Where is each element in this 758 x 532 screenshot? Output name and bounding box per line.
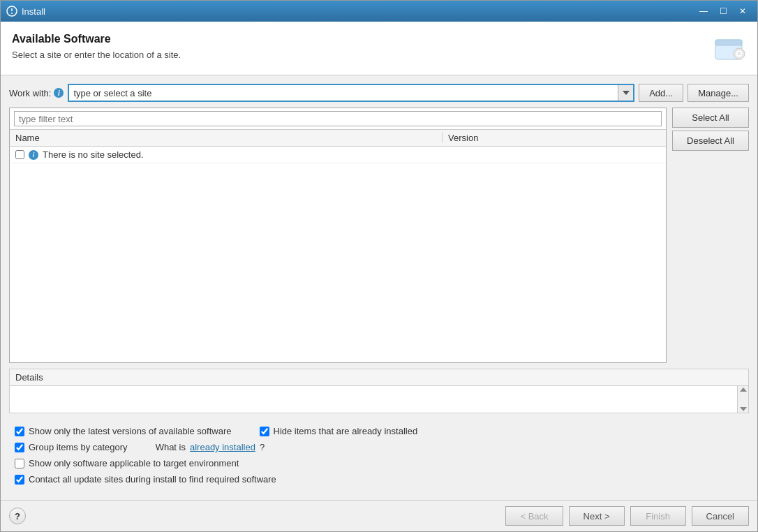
sidebar-buttons: Select All Deselect All (672, 108, 749, 363)
window-title: Install (22, 6, 694, 17)
already-installed-link[interactable]: already installed (190, 442, 255, 452)
header-icon (713, 33, 746, 66)
work-with-row: Work with: i Add... Manage... (9, 84, 749, 102)
table-body: i There is no site selected. (10, 147, 666, 362)
bottom-bar: ? < Back Next > Finish Cancel (1, 500, 757, 531)
option-checkbox-3[interactable] (15, 459, 24, 468)
finish-button[interactable]: Finish (630, 506, 686, 526)
row-info-icon: i (29, 150, 38, 160)
what-is-installed-row: What is already installed ? (156, 442, 265, 452)
page-subtitle: Select a site or enter the location of a… (12, 50, 181, 60)
app-icon (6, 6, 17, 17)
window-controls: — ☐ ✕ (694, 3, 752, 19)
manage-button[interactable]: Manage... (688, 84, 749, 102)
work-with-info-icon: i (54, 88, 64, 98)
options-row-4: Contact all update sites during install … (15, 474, 743, 485)
software-area: Name Version i There is no site selected… (9, 108, 749, 363)
add-button[interactable]: Add... (639, 84, 683, 102)
option-item-3: Show only software applicable to target … (15, 458, 239, 468)
work-with-input-wrap (68, 84, 634, 102)
deselect-all-button[interactable]: Deselect All (672, 131, 749, 151)
option-label-4[interactable]: Contact all update sites during install … (29, 474, 276, 485)
back-button[interactable]: < Back (505, 506, 563, 526)
option-label-1[interactable]: Show only the latest versions of availab… (29, 426, 232, 436)
header-section: Available Software Select a site or ente… (1, 22, 757, 75)
option-checkbox-4[interactable] (15, 475, 24, 485)
work-with-input[interactable] (69, 88, 618, 98)
option-item-4: Contact all update sites during install … (15, 474, 276, 485)
options-section: Show only the latest versions of availab… (9, 419, 749, 492)
cancel-button[interactable]: Cancel (692, 506, 749, 526)
options-row-1: Show only the latest versions of availab… (15, 426, 743, 436)
row-name: There is no site selected. (43, 149, 437, 160)
options-row-2: Group items by category What is already … (15, 442, 743, 452)
window-content: Available Software Select a site or ente… (1, 22, 757, 531)
svg-rect-4 (715, 40, 742, 45)
software-table-container: Name Version i There is no site selected… (9, 108, 667, 363)
select-all-button[interactable]: Select All (672, 108, 749, 128)
svg-point-2 (11, 13, 13, 14)
install-window: Install — ☐ ✕ Available Software Select … (0, 0, 758, 532)
work-with-dropdown-button[interactable] (618, 85, 633, 101)
minimize-button[interactable]: — (694, 3, 713, 19)
header-text: Available Software Select a site or ente… (12, 33, 181, 60)
page-title: Available Software (12, 33, 181, 45)
filter-row (10, 108, 666, 130)
option-checkbox-2[interactable] (15, 443, 24, 452)
option-item-5: Hide items that are already installed (260, 426, 418, 436)
column-header-name: Name (10, 133, 443, 143)
table-header: Name Version (10, 130, 666, 147)
table-row: i There is no site selected. (10, 147, 666, 163)
after-link-label: ? (260, 442, 265, 452)
option-label-3[interactable]: Show only software applicable to target … (29, 458, 239, 468)
details-header: Details (10, 369, 748, 386)
close-button[interactable]: ✕ (734, 3, 752, 19)
option-item-2: Group items by category (15, 442, 128, 452)
option-checkbox-1[interactable] (15, 427, 24, 436)
maximize-button[interactable]: ☐ (714, 3, 732, 19)
what-is-label: What is (156, 442, 186, 452)
main-body: Work with: i Add... Manage... (1, 75, 757, 500)
work-with-label: Work with: i (9, 88, 64, 98)
title-bar: Install — ☐ ✕ (1, 1, 757, 22)
option-label-2[interactable]: Group items by category (29, 442, 128, 452)
svg-point-8 (738, 53, 740, 54)
details-section: Details (9, 369, 749, 413)
help-button[interactable]: ? (9, 508, 26, 524)
option-label-5[interactable]: Hide items that are already installed (274, 426, 418, 436)
option-checkbox-5[interactable] (260, 427, 269, 436)
filter-input[interactable] (14, 111, 662, 126)
options-row-3: Show only software applicable to target … (15, 458, 743, 468)
column-header-version: Version (443, 133, 666, 143)
details-body (10, 386, 748, 413)
details-scrollbar (737, 386, 748, 413)
option-item-1: Show only the latest versions of availab… (15, 426, 232, 436)
row-checkbox[interactable] (15, 150, 24, 159)
next-button[interactable]: Next > (569, 506, 625, 526)
